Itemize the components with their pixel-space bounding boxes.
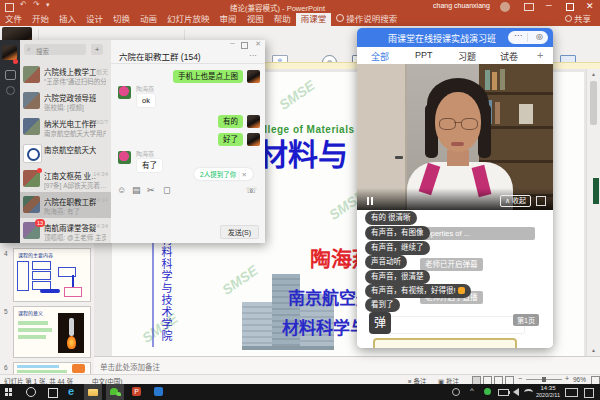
- close-circle-icon[interactable]: ◎: [536, 32, 543, 41]
- file-icon[interactable]: ▤: [132, 185, 141, 195]
- add-chat-button[interactable]: +: [91, 44, 103, 55]
- search-input[interactable]: ⌕ 搜索: [24, 44, 86, 55]
- tab-paper[interactable]: 试卷: [500, 50, 518, 63]
- page-indicator[interactable]: 第1页: [513, 314, 539, 326]
- account-avatar[interactable]: [500, 2, 510, 12]
- rainclassroom-header[interactable]: 雨课堂在线授课实战演习班 ⋯ ◎: [357, 28, 553, 47]
- minimize-button[interactable]: ─: [546, 1, 552, 10]
- wifi-icon[interactable]: [524, 389, 533, 396]
- dismiss-icon[interactable]: ✕: [242, 171, 247, 178]
- wechat-maximize-button[interactable]: [241, 42, 248, 49]
- tab-exercise[interactable]: 习题: [458, 50, 476, 63]
- start-button[interactable]: [5, 388, 13, 396]
- hidden-icons-caret[interactable]: ^: [470, 386, 474, 395]
- chat-list-item[interactable]: 六院线上教学工作群 “王彦伟”通过扫码的分… 前天: [20, 62, 111, 88]
- file-explorer-task[interactable]: [84, 384, 102, 400]
- zoom-level[interactable]: 96%: [573, 376, 586, 383]
- thumbs-up-emoji: [458, 287, 465, 294]
- peer-avatar[interactable]: [118, 86, 131, 99]
- redo-icon[interactable]: ↷: [33, 0, 40, 9]
- danmu-input[interactable]: [373, 316, 525, 334]
- notes-pane[interactable]: 单击此处添加备注: [94, 356, 600, 375]
- maximize-button[interactable]: [566, 3, 574, 11]
- action-center-icon[interactable]: [584, 388, 594, 398]
- tab-insert[interactable]: 插入: [54, 13, 81, 26]
- collapse-video-button[interactable]: ∧ 收起: [500, 195, 531, 207]
- zoom-in-icon[interactable]: +: [565, 375, 569, 382]
- tab-add[interactable]: +: [537, 49, 543, 61]
- thumbnail-slide-5[interactable]: 课程的意义: [13, 306, 91, 358]
- tab-view[interactable]: 视图: [242, 13, 269, 26]
- notes-placeholder[interactable]: 单击此处添加备注: [100, 361, 160, 372]
- screenshot-icon[interactable]: ✂: [147, 185, 155, 195]
- slide-scrollbar[interactable]: ▲ ▲ ▼ ▼: [586, 69, 600, 374]
- scrollbar-thumb[interactable]: [590, 81, 597, 125]
- wechat-task[interactable]: [106, 384, 124, 400]
- powerpoint-task[interactable]: P: [128, 384, 146, 400]
- chat-history-icon[interactable]: ◻: [163, 185, 170, 195]
- glasses-bridge: [454, 122, 461, 123]
- peer-name: 陶海燕: [136, 149, 154, 158]
- tab-rainclassroom[interactable]: 雨课堂: [296, 13, 332, 26]
- battery-icon[interactable]: [498, 389, 509, 396]
- emoji-icon[interactable]: ☺: [117, 185, 126, 195]
- more-icon[interactable]: ⋯: [514, 31, 522, 40]
- zoom-slider[interactable]: [526, 379, 562, 380]
- danmu-send-button[interactable]: 弹: [369, 312, 391, 334]
- scroll-up-icon[interactable]: ▲: [591, 71, 596, 77]
- chat-list-item-selected[interactable]: 六院在职教工群 陶海燕: 有了 14:34: [20, 192, 111, 218]
- tab-slideshow[interactable]: 幻灯片放映: [162, 13, 215, 26]
- tellme-search[interactable]: 操作说明搜索: [331, 13, 402, 26]
- pause-icon[interactable]: [367, 197, 369, 205]
- previous-slide-icon[interactable]: ▲: [591, 347, 596, 353]
- wechat-user-avatar[interactable]: [2, 45, 17, 60]
- mention-notice-pill[interactable]: 2人提到了你 | ✕: [194, 168, 253, 180]
- wechat-close-button[interactable]: ✕: [255, 40, 261, 48]
- volume-icon[interactable]: [513, 388, 519, 396]
- save-icon[interactable]: [5, 3, 14, 12]
- thumbnail-slide-4[interactable]: 课程的主要内容: [13, 248, 91, 302]
- start-slideshow-icon[interactable]: ▾: [46, 1, 50, 9]
- tab-design[interactable]: 设计: [81, 13, 108, 26]
- door-handle: [395, 156, 403, 159]
- chat-time: 14:34: [93, 223, 108, 229]
- wechat-tray-icon[interactable]: [484, 388, 491, 395]
- peer-avatar[interactable]: [118, 151, 131, 164]
- cortana-icon[interactable]: [26, 387, 36, 397]
- edge-icon[interactable]: e: [68, 385, 74, 397]
- tab-file[interactable]: 文件: [0, 13, 27, 26]
- tab-help[interactable]: 帮助: [269, 13, 296, 26]
- chat-list-item[interactable]: 南京航空航天大学智慧门户: [20, 140, 111, 166]
- undo-icon[interactable]: ↶: [20, 0, 27, 9]
- thumbnail-5-title: 课程的意义: [18, 309, 43, 316]
- blue-app-task[interactable]: [150, 384, 168, 400]
- wechat-minimize-button[interactable]: ─: [230, 40, 235, 47]
- account-name[interactable]: chang chuanxiang: [433, 2, 490, 9]
- send-button[interactable]: 发送(S): [220, 225, 259, 239]
- tab-animations[interactable]: 动画: [135, 13, 162, 26]
- chat-more-icon[interactable]: ···: [249, 51, 257, 60]
- thumbnail-4-title: 课程的主要内容: [18, 251, 53, 258]
- fullscreen-icon[interactable]: [536, 196, 546, 206]
- pin-tray-icon[interactable]: [452, 388, 460, 396]
- tab-home[interactable]: 开始: [27, 13, 54, 26]
- contacts-icon[interactable]: [6, 86, 15, 95]
- message-input[interactable]: [111, 198, 265, 226]
- task-view-icon[interactable]: [48, 388, 58, 398]
- share-button[interactable]: 共享: [560, 13, 596, 26]
- chats-icon[interactable]: [5, 70, 16, 80]
- tab-ppt[interactable]: PPT: [415, 50, 433, 60]
- clock[interactable]: 14:35 2020/2/11: [536, 385, 560, 399]
- chat-list-item[interactable]: 江南文枢苑 业… [97条] A邱铁天亮着… 14:34: [20, 166, 111, 192]
- tab-transitions[interactable]: 切换: [108, 13, 135, 26]
- close-button[interactable]: ✕: [586, 1, 594, 11]
- chat-list-item[interactable]: 13 南航雨课堂答疑解惑群 顶呱呱: @王老师 主页… 14:34: [20, 218, 111, 244]
- ribbon-display-options-icon[interactable]: [524, 3, 534, 11]
- chat-list-item[interactable]: 六院党政领导班子脱… 张校娟: [视频]: [20, 88, 111, 114]
- touch-keyboard-icon[interactable]: [565, 388, 578, 397]
- chat-list-item[interactable]: 纳米光电工作群 南京航空航天大学用户… 20/2/7: [20, 114, 111, 140]
- zoom-out-icon[interactable]: −: [518, 375, 522, 382]
- voice-call-icon[interactable]: ☏: [246, 185, 257, 195]
- live-video[interactable]: ∧ 收起: [357, 64, 553, 210]
- tab-review[interactable]: 审阅: [215, 13, 242, 26]
